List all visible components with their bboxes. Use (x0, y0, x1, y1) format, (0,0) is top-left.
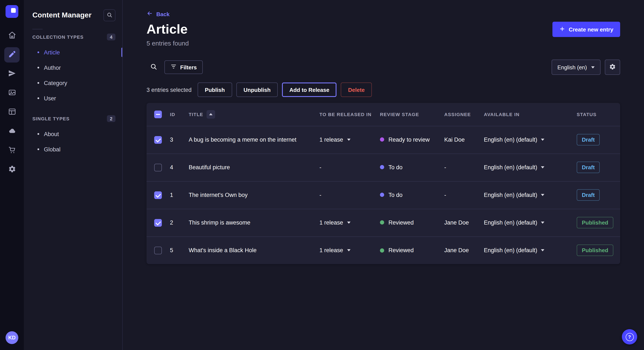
view-settings-button[interactable] (605, 59, 620, 75)
available-in-label: English (en) (default) (484, 192, 537, 198)
nav-content-type-builder[interactable] (4, 105, 20, 120)
nav-releases[interactable] (4, 66, 20, 82)
release-dropdown[interactable]: 1 release (320, 247, 350, 254)
create-new-entry-label: Create new entry (568, 26, 613, 32)
sidebar-item-category[interactable]: Category (24, 75, 122, 91)
review-stage-label: Ready to review (388, 137, 430, 143)
sidebar-item-global[interactable]: Global (24, 142, 122, 157)
release-label: - (320, 164, 321, 171)
row-assignee: Jane Doe (440, 236, 480, 264)
column-header-status: STATUS (572, 103, 620, 126)
row-title: A bug is becoming a meme on the internet (184, 126, 315, 154)
bullet-icon (38, 51, 39, 53)
row-title: Beautiful picture (184, 154, 315, 181)
entries-table: ID TITLE TO BE RELEASED IN REVIEW STAGE … (146, 103, 620, 264)
sidebar-item-author[interactable]: Author (24, 60, 122, 75)
row-id: 2 (166, 209, 184, 236)
locale-selected-value: English (en) (557, 64, 587, 70)
nav-content-manager[interactable] (4, 47, 20, 62)
table-row[interactable]: 3 A bug is becoming a meme on the intern… (146, 126, 620, 154)
row-id: 1 (166, 181, 184, 209)
filter-icon (170, 63, 177, 71)
shopping-cart-icon (8, 146, 16, 155)
row-checkbox[interactable] (154, 136, 162, 144)
available-in-dropdown[interactable]: English (en) (default) (484, 192, 544, 198)
sort-asc-icon (206, 110, 215, 119)
sidebar-item-label: User (44, 95, 56, 101)
release-dropdown[interactable]: - (320, 164, 321, 171)
selection-summary: 3 entries selected (146, 87, 192, 93)
available-in-dropdown[interactable]: English (en) (default) (484, 247, 544, 254)
row-assignee: Jane Doe (440, 209, 480, 236)
release-dropdown[interactable]: 1 release (320, 137, 350, 143)
question-mark-icon: ? (626, 333, 634, 341)
column-header-available-in: AVAILABLE IN (480, 103, 572, 126)
publish-button[interactable]: Publish (198, 82, 232, 97)
chevron-down-icon (541, 166, 544, 169)
column-header-release: TO BE RELEASED IN (315, 103, 376, 126)
user-avatar[interactable]: KD (6, 331, 18, 344)
nav-settings[interactable] (4, 162, 20, 177)
row-checkbox[interactable] (154, 164, 162, 171)
select-all-checkbox[interactable] (154, 111, 162, 118)
create-new-entry-button[interactable]: Create new entry (552, 22, 620, 37)
locale-select[interactable]: English (en) (551, 59, 600, 75)
back-link[interactable]: Back (146, 10, 170, 18)
table-body: 3 A bug is becoming a meme on the intern… (146, 126, 620, 264)
table-row[interactable]: 4 Beautiful picture - To do - English (e… (146, 154, 620, 181)
review-stage-label: To do (388, 164, 402, 171)
release-dropdown[interactable]: 1 release (320, 219, 350, 226)
column-header-id: ID (166, 103, 184, 126)
stage-dot (380, 193, 384, 197)
row-id: 4 (166, 154, 184, 181)
row-title: This shrimp is awesome (184, 209, 315, 236)
cloud-icon (8, 127, 16, 136)
sort-by-title-button[interactable]: TITLE (189, 110, 215, 119)
gear-icon (609, 63, 616, 71)
stage-dot (380, 138, 384, 142)
row-checkbox[interactable] (154, 219, 162, 226)
release-dropdown[interactable]: - (320, 192, 321, 198)
nav-home[interactable] (4, 28, 20, 43)
available-in-dropdown[interactable]: English (en) (default) (484, 219, 544, 226)
available-in-label: English (en) (default) (484, 164, 537, 171)
sidebar-item-label: Article (44, 49, 60, 55)
table-row[interactable]: 2 This shrimp is awesome 1 release Revie… (146, 209, 620, 236)
unpublish-button[interactable]: Unpublish (236, 82, 278, 97)
sidebar-item-article[interactable]: Article (24, 45, 122, 60)
available-in-dropdown[interactable]: English (en) (default) (484, 137, 544, 143)
row-checkbox[interactable] (154, 191, 162, 199)
nav-media-library[interactable] (4, 85, 20, 101)
delete-button[interactable]: Delete (341, 82, 372, 97)
strapi-logo[interactable] (6, 5, 18, 18)
section-count-badge: 4 (107, 34, 116, 40)
section-label: SINGLE TYPES (32, 116, 70, 121)
table-row[interactable]: 1 The internet's Own boy - To do - Engli… (146, 181, 620, 209)
chevron-down-icon (347, 139, 350, 141)
list-toolbar: Filters English (en) (146, 59, 620, 75)
section-count-badge: 2 (107, 115, 116, 122)
status-badge: Published (577, 217, 613, 228)
review-stage-label: Reviewed (388, 247, 414, 253)
single-types-section: SINGLE TYPES 2 About Global (24, 115, 122, 157)
sidebar-item-about[interactable]: About (24, 126, 122, 142)
table-row[interactable]: 5 What's inside a Black Hole 1 release R… (146, 236, 620, 264)
divider (32, 29, 42, 29)
stage-dot (380, 165, 384, 170)
chevron-down-icon (541, 194, 544, 196)
nav-marketplace[interactable] (4, 143, 20, 158)
sidebar-search-button[interactable] (104, 9, 116, 21)
nav-deploy[interactable] (4, 124, 20, 139)
row-id: 3 (166, 126, 184, 154)
help-button[interactable]: ? (622, 329, 637, 345)
filters-button[interactable]: Filters (164, 60, 203, 74)
row-checkbox[interactable] (154, 247, 162, 254)
available-in-label: English (en) (default) (484, 137, 537, 143)
add-to-release-button[interactable]: Add to Release (282, 82, 337, 97)
sidebar-item-user[interactable]: User (24, 91, 122, 106)
available-in-dropdown[interactable]: English (en) (default) (484, 164, 544, 171)
row-assignee: Kai Doe (440, 126, 480, 154)
release-label: 1 release (320, 137, 343, 143)
table-header-row: ID TITLE TO BE RELEASED IN REVIEW STAGE … (146, 103, 620, 126)
search-button[interactable] (146, 60, 160, 74)
